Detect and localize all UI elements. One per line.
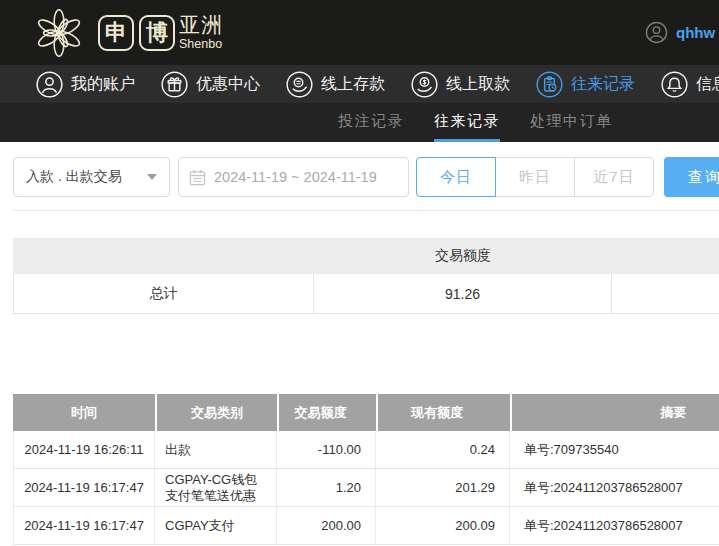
logo-region: 亚洲 Shenbo: [179, 14, 223, 51]
summary-header-row: 交易额度: [13, 238, 719, 274]
col-header-time: 时间: [13, 394, 155, 431]
cell-amount: -110.00: [277, 431, 376, 468]
cell-balance: 200.09: [376, 507, 510, 544]
tab-transaction-records[interactable]: 往来记录: [434, 103, 500, 142]
nav-label: 我的账户: [71, 74, 135, 95]
table-row: 2024-11-19 16:26:11 出款 -110.00 0.24 单号:7…: [13, 431, 719, 469]
cell-time: 2024-11-19 16:26:11: [13, 431, 155, 468]
query-button[interactable]: 查询: [664, 157, 719, 197]
brand-logo[interactable]: 申 博 亚洲 Shenbo: [30, 2, 223, 63]
gift-icon: [161, 71, 188, 98]
tab-betting-records[interactable]: 投注记录: [338, 103, 404, 142]
cell-balance: 0.24: [376, 431, 510, 468]
cell-summary: 单号:202411203786528007: [510, 469, 719, 506]
withdraw-hand-money-icon: [411, 71, 438, 98]
transaction-type-value: 入款 . 出款交易: [26, 168, 122, 186]
summary-total-row: 总计 91.26: [13, 274, 719, 314]
col-header-type: 交易类别: [155, 394, 277, 431]
username-text[interactable]: qhhw: [676, 24, 715, 41]
cell-time: 2024-11-19 16:17:47: [13, 507, 155, 544]
filter-bar: 入款 . 出款交易 2024-11-19 ~ 2024-11-19 今日 昨日 …: [0, 142, 719, 211]
col-header-summary: 摘要: [510, 394, 719, 431]
bell-icon: [661, 71, 688, 98]
user-icon: [36, 71, 63, 98]
logo-subtitle: Shenbo: [179, 38, 223, 51]
caret-down-icon: [147, 174, 157, 180]
summary-total-value: 91.26: [314, 274, 612, 313]
records-subnav: 投注记录 往来记录 处理中订单: [0, 103, 719, 142]
cell-type: CGPAY-CG钱包支付笔笔送优惠: [155, 469, 277, 506]
col-header-amount: 交易额度: [277, 394, 376, 431]
yesterday-button[interactable]: 昨日: [495, 157, 575, 197]
nav-item-my-account[interactable]: 我的账户: [36, 71, 135, 98]
tab-processing-orders[interactable]: 处理中订单: [530, 103, 613, 142]
cell-type: CGPAY支付: [155, 507, 277, 544]
nav-label: 线上取款: [446, 74, 510, 95]
summary-table: 交易额度 总计 91.26: [13, 238, 719, 314]
calendar-icon: [189, 169, 206, 186]
cell-summary: 单号:202411203786528007: [510, 507, 719, 544]
transaction-type-select[interactable]: 入款 . 出款交易: [13, 157, 170, 197]
avatar-icon: [645, 21, 668, 44]
top-header: 申 博 亚洲 Shenbo qhhw: [0, 0, 719, 65]
table-row: 2024-11-19 16:17:47 CGPAY支付 200.00 200.0…: [13, 507, 719, 545]
table-header-row: 时间 交易类别 交易额度 现有额度 摘要: [13, 394, 719, 431]
logo-region-text: 亚洲: [179, 14, 223, 35]
today-button[interactable]: 今日: [416, 157, 496, 197]
cell-time: 2024-11-19 16:17:47: [13, 469, 155, 506]
quick-date-button-group: 今日 昨日 近7日: [416, 157, 654, 197]
summary-header-amount: 交易额度: [314, 247, 612, 265]
nav-item-transaction-records[interactable]: 往来记录: [536, 71, 635, 98]
nav-item-withdraw[interactable]: 线上取款: [411, 71, 510, 98]
lotus-flower-icon: [30, 4, 88, 62]
date-range-input[interactable]: 2024-11-19 ~ 2024-11-19: [178, 157, 409, 197]
last7days-button[interactable]: 近7日: [574, 157, 654, 197]
nav-label: 线上存款: [321, 74, 385, 95]
filter-divider: [13, 210, 719, 211]
cell-summary: 单号:709735540: [510, 431, 719, 468]
records-clipboard-icon: [536, 71, 563, 98]
nav-item-messages[interactable]: 信息: [661, 71, 719, 98]
cell-type: 出款: [155, 431, 277, 468]
cell-balance: 201.29: [376, 469, 510, 506]
date-range-value: 2024-11-19 ~ 2024-11-19: [214, 169, 377, 185]
nav-item-deposit[interactable]: 线上存款: [286, 71, 385, 98]
col-header-balance: 现有额度: [376, 394, 510, 431]
summary-total-label: 总计: [13, 274, 314, 313]
nav-label: 往来记录: [571, 74, 635, 95]
nav-item-promotions[interactable]: 优惠中心: [161, 71, 260, 98]
transactions-table: 时间 交易类别 交易额度 现有额度 摘要 2024-11-19 16:26:11…: [13, 394, 719, 545]
nav-label: 优惠中心: [196, 74, 260, 95]
user-account-area[interactable]: qhhw: [645, 0, 715, 65]
table-row: 2024-11-19 16:17:47 CGPAY-CG钱包支付笔笔送优惠 1.…: [13, 469, 719, 507]
main-navbar: 我的账户 优惠中心 线上存款: [0, 65, 719, 103]
nav-label: 信息: [696, 74, 719, 95]
logo-character-boxes: 申 博: [98, 15, 175, 51]
logo-box-shen: 申: [98, 15, 134, 51]
logo-box-bo: 博: [139, 15, 175, 51]
cell-amount: 1.20: [277, 469, 376, 506]
cell-amount: 200.00: [277, 507, 376, 544]
deposit-hand-coin-icon: [286, 71, 313, 98]
